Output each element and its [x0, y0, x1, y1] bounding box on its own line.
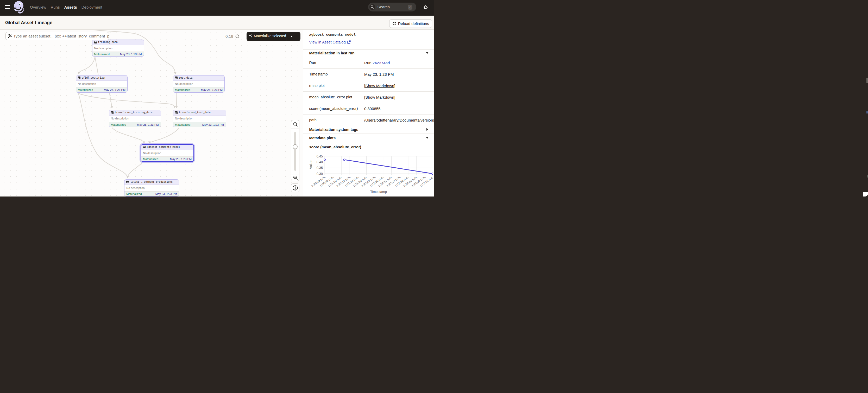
svg-text:1:23:12 p.m.: 1:23:12 p.m.	[419, 175, 433, 187]
svg-text:0.40: 0.40	[317, 160, 323, 164]
svg-text:0.30: 0.30	[317, 172, 323, 176]
svg-text:Timestamp: Timestamp	[370, 190, 387, 194]
svg-text:0.35: 0.35	[317, 166, 323, 170]
svg-text:Value: Value	[309, 161, 313, 169]
svg-text:0.45: 0.45	[317, 155, 323, 158]
